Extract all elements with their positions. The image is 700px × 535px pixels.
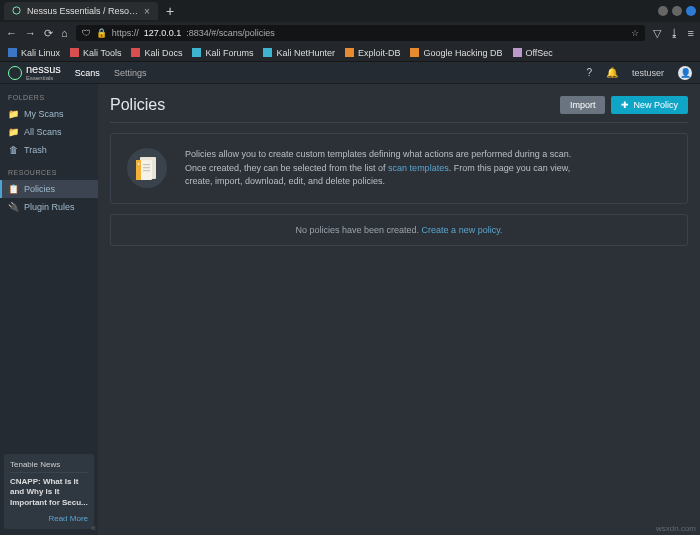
- page-header: Policies Import ✚ New Policy: [110, 96, 688, 123]
- scan-templates-link[interactable]: scan templates: [388, 163, 449, 173]
- svg-rect-11: [136, 160, 141, 180]
- nav-scans[interactable]: Scans: [75, 68, 100, 78]
- sidebar-item-policies[interactable]: 📋Policies: [0, 180, 98, 198]
- main-content: Policies Import ✚ New Policy: [98, 84, 700, 535]
- close-icon[interactable]: ×: [144, 6, 150, 17]
- reload-icon[interactable]: ⟳: [44, 27, 53, 40]
- svg-rect-5: [263, 48, 272, 57]
- bell-icon[interactable]: 🔔: [606, 67, 618, 78]
- url-host: 127.0.0.1: [144, 28, 182, 38]
- sidebar-item-my-scans[interactable]: 📁My Scans: [0, 105, 98, 123]
- svg-rect-15: [143, 170, 150, 171]
- resources-header: RESOURCES: [0, 165, 98, 180]
- shield-icon: 🛡: [82, 28, 91, 38]
- import-button[interactable]: Import: [560, 96, 606, 114]
- nessus-logo[interactable]: nessus Essentials: [8, 64, 61, 81]
- nav-settings[interactable]: Settings: [114, 68, 147, 78]
- download-icon[interactable]: ⭳: [669, 27, 680, 39]
- close-window-icon[interactable]: [686, 6, 696, 16]
- menu-icon[interactable]: ≡: [688, 27, 694, 39]
- clipboard-icon: 📋: [8, 184, 18, 194]
- tab-favicon: [12, 6, 21, 17]
- logo-mark-icon: [8, 66, 22, 80]
- svg-rect-6: [345, 48, 354, 57]
- bookmark-kali-tools[interactable]: Kali Tools: [70, 48, 121, 58]
- bookmark-kali-linux[interactable]: Kali Linux: [8, 48, 60, 58]
- new-policy-button[interactable]: ✚ New Policy: [611, 96, 688, 114]
- news-body[interactable]: CNAPP: What Is It and Why Is It Importan…: [10, 477, 88, 507]
- minimize-icon[interactable]: [658, 6, 668, 16]
- home-icon[interactable]: ⌂: [61, 27, 68, 39]
- watermark: wsxdn.com: [656, 524, 696, 533]
- plus-icon: ✚: [621, 100, 629, 110]
- bookmark-kali-forums[interactable]: Kali Forums: [192, 48, 253, 58]
- sidebar-item-all-scans[interactable]: 📁All Scans: [0, 123, 98, 141]
- svg-rect-7: [410, 48, 419, 57]
- lock-icon: 🔒: [96, 28, 107, 38]
- browser-tab[interactable]: Nessus Essentials / Reso… ×: [4, 2, 158, 20]
- sidebar-item-plugin-rules[interactable]: 🔌Plugin Rules: [0, 198, 98, 216]
- browser-tabbar: Nessus Essentials / Reso… × +: [0, 0, 700, 22]
- bookmark-kali-docs[interactable]: Kali Docs: [131, 48, 182, 58]
- avatar[interactable]: 👤: [678, 66, 692, 80]
- plugin-icon: 🔌: [8, 202, 18, 212]
- svg-rect-2: [70, 48, 79, 57]
- bookmark-exploit-db[interactable]: Exploit-DB: [345, 48, 401, 58]
- new-tab-button[interactable]: +: [166, 3, 174, 19]
- pocket-icon[interactable]: ▽: [653, 27, 661, 40]
- star-icon[interactable]: ☆: [631, 28, 639, 38]
- back-icon[interactable]: ←: [6, 27, 17, 39]
- svg-rect-1: [8, 48, 17, 57]
- create-policy-link[interactable]: Create a new policy.: [422, 225, 503, 235]
- empty-state: No policies have been created. Create a …: [110, 214, 688, 246]
- page-title: Policies: [110, 96, 165, 114]
- svg-point-0: [13, 6, 20, 13]
- forward-icon[interactable]: →: [25, 27, 36, 39]
- trash-icon: 🗑: [8, 145, 18, 155]
- tab-title: Nessus Essentials / Reso…: [27, 6, 138, 16]
- username[interactable]: testuser: [632, 68, 664, 78]
- svg-rect-3: [131, 48, 140, 57]
- info-text: Policies allow you to create custom temp…: [185, 148, 585, 189]
- app-body: FOLDERS 📁My Scans 📁All Scans 🗑Trash RESO…: [0, 84, 700, 535]
- svg-rect-4: [192, 48, 201, 57]
- sidebar: FOLDERS 📁My Scans 📁All Scans 🗑Trash RESO…: [0, 84, 98, 535]
- brand-text: nessus: [26, 63, 61, 75]
- help-icon[interactable]: ?: [586, 67, 592, 78]
- url-scheme: https://: [112, 28, 139, 38]
- info-banner: Policies allow you to create custom temp…: [110, 133, 688, 204]
- news-card: Tenable News CNAPP: What Is It and Why I…: [4, 454, 94, 529]
- folder-icon: 📁: [8, 127, 18, 137]
- url-input[interactable]: 🛡 🔒 https://127.0.0.1:8834/#/scans/polic…: [76, 25, 645, 41]
- bookmark-ghdb[interactable]: Google Hacking DB: [410, 48, 502, 58]
- address-bar: ← → ⟳ ⌂ 🛡 🔒 https://127.0.0.1:8834/#/sca…: [0, 22, 700, 44]
- bookmark-offsec[interactable]: OffSec: [513, 48, 553, 58]
- maximize-icon[interactable]: [672, 6, 682, 16]
- bookmark-bar: Kali Linux Kali Tools Kali Docs Kali For…: [0, 44, 700, 62]
- bookmark-kali-nethunter[interactable]: Kali NetHunter: [263, 48, 335, 58]
- window-controls: [658, 6, 696, 16]
- svg-rect-8: [513, 48, 522, 57]
- sidebar-item-trash[interactable]: 🗑Trash: [0, 141, 98, 159]
- news-readmore[interactable]: Read More: [10, 514, 88, 523]
- brand-subtext: Essentials: [26, 75, 61, 81]
- svg-rect-13: [143, 164, 150, 165]
- sidebar-collapse-icon[interactable]: «: [91, 523, 96, 533]
- app-header: nessus Essentials Scans Settings ? 🔔 tes…: [0, 62, 700, 84]
- url-rest: :8834/#/scans/policies: [186, 28, 275, 38]
- news-title: Tenable News: [10, 460, 88, 473]
- policies-graphic-icon: [127, 148, 167, 188]
- folders-header: FOLDERS: [0, 90, 98, 105]
- svg-rect-14: [143, 167, 150, 168]
- folder-icon: 📁: [8, 109, 18, 119]
